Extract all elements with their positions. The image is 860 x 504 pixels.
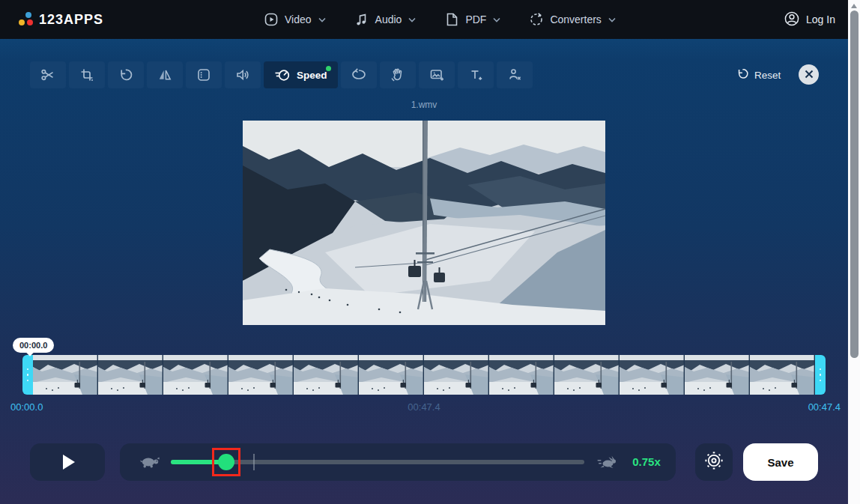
login-label: Log In [806,13,835,25]
video-player [243,121,605,325]
video-still-ski-slope [243,121,605,325]
chevron-down-icon [493,17,500,22]
save-button[interactable]: Save [743,443,818,481]
hand-icon [390,67,405,82]
crop-tool-button[interactable] [69,61,105,88]
nav-item-video[interactable]: Video [264,12,326,27]
login-button[interactable]: Log In [784,0,835,39]
volume-tool-button[interactable] [225,61,261,88]
chevron-down-icon [408,17,416,22]
active-dot [326,66,331,71]
shake-tool-button[interactable] [380,61,416,88]
speed-slider-tick [253,454,255,470]
turtle-slow-icon [139,455,160,473]
crop-icon [79,67,94,82]
nav-item-label: Audio [375,13,402,25]
remove-logo-tool-button[interactable] [497,61,533,88]
rotate-ccw-icon [118,67,133,82]
audio-icon [354,12,369,27]
video-icon [264,12,279,27]
nav-item-label: PDF [465,13,486,25]
add-text-icon [468,67,483,82]
scissors-icon [40,67,55,82]
settings-button[interactable] [695,443,733,481]
remove-logo-icon [507,67,522,82]
speed-tool-label: Speed [297,70,327,81]
cut-tool-button[interactable] [30,61,66,88]
reset-button[interactable]: Reset [736,67,781,82]
timecode-start: 00:00.0 [10,401,43,413]
nav-item-label: Video [285,13,312,25]
close-icon [805,68,814,82]
speed-editor-app: 123APPS Video [0,0,860,504]
reset-icon [736,67,749,82]
speed-control-panel: 0.75x [120,443,676,481]
play-button[interactable] [30,443,105,481]
nav-item-pdf[interactable]: PDF [444,12,500,27]
save-label: Save [767,456,793,469]
loop-tool-button[interactable] [341,61,377,88]
speed-slider-handle[interactable] [218,454,234,470]
chevron-down-icon [608,17,616,22]
rotate-tool-button[interactable] [108,61,144,88]
page-scrollbar [848,0,860,504]
reset-label: Reset [754,70,781,81]
nav-item-converters[interactable]: Converters [529,12,615,27]
speed-tool-button[interactable]: Speed [264,61,338,88]
user-icon [784,10,800,29]
volume-icon [235,67,250,82]
nav-menu: Video Audio [264,0,616,39]
logo-text: 123APPS [39,12,103,28]
speed-value: 0.75x [623,455,670,468]
add-text-tool-button[interactable] [458,61,494,88]
playhead-time: 00:00.0 [19,341,47,350]
thumbnail-strip [33,355,815,395]
edit-toolbar: Speed [30,61,533,88]
nav-item-label: Converters [550,13,601,25]
nav-item-audio[interactable]: Audio [354,12,417,27]
loop-icon [351,67,366,82]
timecode-end: 00:47.4 [779,401,841,413]
frame-icon [196,67,211,82]
playhead-tooltip: 00:00.0 [13,338,54,353]
pdf-icon [444,12,459,27]
trim-handle-left[interactable] [22,355,33,395]
timeline-thumbnails[interactable] [33,355,815,395]
rabbit-fast-icon [597,455,617,472]
frame-tool-button[interactable] [186,61,222,88]
logo-dots-icon [18,9,34,30]
add-image-tool-button[interactable] [419,61,455,88]
flip-tool-button[interactable] [147,61,183,88]
speed-gauge-icon [274,67,291,82]
chevron-down-icon [318,17,326,22]
gear-icon [704,451,724,473]
converters-icon [529,12,544,27]
trim-handle-right[interactable] [815,355,826,395]
app-logo[interactable]: 123APPS [18,9,103,30]
timecode-current: 00:47.4 [387,401,461,413]
video-filename: 1.wmv [0,100,848,110]
scrollbar-up-arrow[interactable] [851,4,857,8]
top-navbar: 123APPS Video [0,0,848,39]
play-icon [63,455,75,470]
flip-horizontal-icon [157,67,172,82]
close-button[interactable] [799,64,819,85]
add-image-icon [429,67,444,82]
timeline [22,355,826,395]
scrollbar-thumb[interactable] [850,10,859,358]
